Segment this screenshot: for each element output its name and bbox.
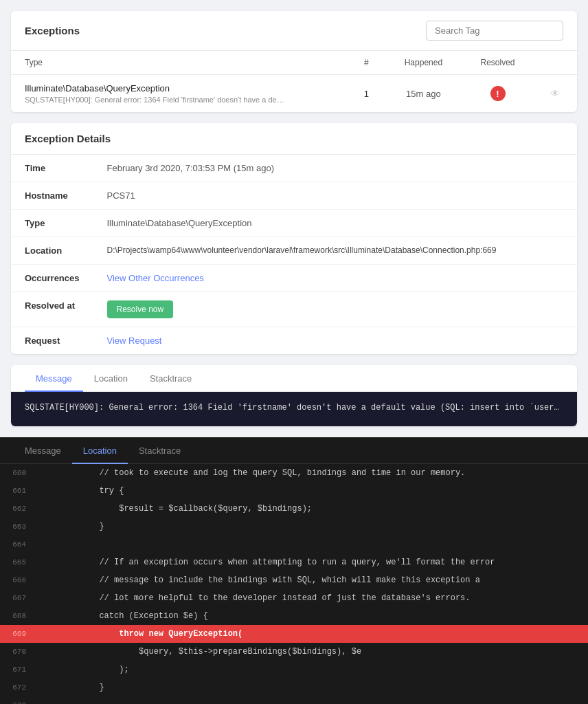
code-line: 668 catch (Exception $e) {	[0, 607, 588, 625]
code-line: 660 // took to execute and log the query…	[0, 464, 588, 482]
details-panel-title: Exception Details	[11, 123, 577, 155]
line-content: // message to include the bindings with …	[34, 571, 588, 589]
detail-request-row: Request View Request	[11, 327, 577, 355]
line-content: catch (Exception $e) {	[34, 607, 588, 625]
code-panel: Message Location Stacktrace 660 // took …	[0, 437, 588, 704]
time-label: Time	[11, 155, 93, 182]
exception-happened: 15m ago	[385, 75, 462, 113]
detail-location-row: Location D:\Projects\wamp64\www\voluntee…	[11, 237, 577, 265]
exception-resolved-status: !	[462, 75, 534, 113]
exception-class: Illuminate\Database\QueryException	[25, 83, 334, 94]
code-tab-stacktrace[interactable]: Stacktrace	[128, 437, 192, 464]
line-content: $query, $this->prepareBindings($bindings…	[34, 643, 588, 661]
location-value: D:\Projects\wamp64\www\volunteer\vendor\…	[93, 237, 578, 265]
code-line: 665 // If an exception occurs when attem…	[0, 553, 588, 571]
exceptions-header: Exceptions	[11, 11, 577, 51]
exception-type-cell: Illuminate\Database\QueryException SQLST…	[11, 75, 348, 113]
line-number: 662	[0, 500, 34, 518]
line-number: 671	[0, 661, 34, 679]
view-other-occurrences-link[interactable]: View Other Occurrences	[107, 273, 204, 283]
line-content: }	[34, 679, 588, 696]
line-content: $result = $callback($query, $bindings);	[34, 500, 588, 518]
code-line: 672 }	[0, 679, 588, 696]
type-label: Type	[11, 210, 93, 237]
occurrences-label: Occurrences	[11, 265, 93, 292]
line-content: );	[34, 661, 588, 679]
detail-resolved-row: Resolved at Resolve now	[11, 292, 577, 327]
detail-time-row: Time February 3rd 2020, 7:03:53 PM (15m …	[11, 155, 577, 182]
exceptions-panel: Exceptions Type # Happened Resolved Illu…	[11, 11, 577, 112]
code-line: 670 $query, $this->prepareBindings($bind…	[0, 643, 588, 661]
request-label: Request	[11, 327, 93, 355]
hostname-value: PCS71	[93, 182, 578, 210]
line-number: 663	[0, 518, 34, 536]
line-content: try {	[34, 482, 588, 500]
resolved-at-label: Resolved at	[11, 292, 93, 327]
search-tag-input[interactable]	[426, 21, 563, 41]
line-number: 670	[0, 643, 34, 661]
exception-view-icon[interactable]: 👁	[534, 75, 577, 113]
col-action-header	[534, 51, 577, 75]
table-row: Illuminate\Database\QueryException SQLST…	[11, 75, 577, 113]
line-content: throw new QueryException(	[34, 625, 588, 643]
exceptions-table: Type # Happened Resolved Illuminate\Data…	[11, 51, 577, 112]
line-content	[34, 696, 588, 704]
line-content: // lot more helpful to the developer ins…	[34, 589, 588, 607]
line-number: 666	[0, 571, 34, 589]
line-number: 667	[0, 589, 34, 607]
line-number: 664	[0, 536, 34, 553]
occurrences-link[interactable]: View Other Occurrences	[93, 265, 578, 292]
code-line: 662 $result = $callback($query, $binding…	[0, 500, 588, 518]
tabs-panel-white: Message Location Stacktrace SQLSTATE[HY0…	[11, 365, 577, 426]
detail-occurrences-row: Occurrences View Other Occurrences	[11, 265, 577, 292]
code-line: 669 throw new QueryException(	[0, 625, 588, 643]
tab-message-content: SQLSTATE[HY000]: General error: 1364 Fie…	[11, 392, 577, 426]
code-line: 673	[0, 696, 588, 704]
detail-hostname-row: Hostname PCS71	[11, 182, 577, 210]
request-link-cell: View Request	[93, 327, 578, 355]
time-value: February 3rd 2020, 7:03:53 PM (15m ago)	[93, 155, 578, 182]
type-value: Illuminate\Database\QueryException	[93, 210, 578, 237]
exceptions-title: Exceptions	[25, 25, 80, 36]
resolve-btn-cell: Resolve now	[93, 292, 578, 327]
tab-stacktrace-white[interactable]: Stacktrace	[139, 365, 203, 392]
line-number: 668	[0, 607, 34, 625]
location-label: Location	[11, 237, 93, 265]
resolve-now-button[interactable]: Resolve now	[107, 300, 174, 318]
code-line: 661 try {	[0, 482, 588, 500]
col-happened-header: Happened	[385, 51, 462, 75]
line-number: 673	[0, 696, 34, 704]
code-view: 660 // took to execute and log the query…	[0, 464, 588, 704]
code-line: 667 // lot more helpful to the developer…	[0, 589, 588, 607]
detail-type-row: Type Illuminate\Database\QueryException	[11, 210, 577, 237]
tab-message-white[interactable]: Message	[25, 365, 83, 392]
col-resolved-header: Resolved	[462, 51, 534, 75]
view-request-link[interactable]: View Request	[107, 336, 162, 346]
hostname-label: Hostname	[11, 182, 93, 210]
eye-icon[interactable]: 👁	[550, 88, 560, 99]
code-line: 671 );	[0, 661, 588, 679]
line-content: // If an exception occurs when attemptin…	[34, 553, 588, 571]
line-number: 672	[0, 679, 34, 696]
exception-count: 1	[348, 75, 385, 113]
exception-message: SQLSTATE[HY000]: General error: 1364 Fie…	[25, 96, 286, 104]
resolved-error-icon: !	[490, 86, 506, 101]
code-tab-location[interactable]: Location	[72, 437, 128, 464]
tab-location-white[interactable]: Location	[83, 365, 139, 392]
details-panel: Exception Details Time February 3rd 2020…	[11, 123, 577, 354]
code-tab-message[interactable]: Message	[14, 437, 72, 464]
tabs-nav-white: Message Location Stacktrace	[11, 365, 577, 392]
col-type-header: Type	[11, 51, 348, 75]
code-line: 663 }	[0, 518, 588, 536]
line-number: 660	[0, 464, 34, 482]
line-content	[34, 536, 588, 553]
col-hash-header: #	[348, 51, 385, 75]
code-line: 664	[0, 536, 588, 553]
line-number: 665	[0, 553, 34, 571]
line-number: 661	[0, 482, 34, 500]
code-tabs-nav: Message Location Stacktrace	[0, 437, 588, 464]
code-line: 666 // message to include the bindings w…	[0, 571, 588, 589]
line-content: // took to execute and log the query SQL…	[34, 464, 588, 482]
details-table: Time February 3rd 2020, 7:03:53 PM (15m …	[11, 155, 577, 354]
line-content: }	[34, 518, 588, 536]
